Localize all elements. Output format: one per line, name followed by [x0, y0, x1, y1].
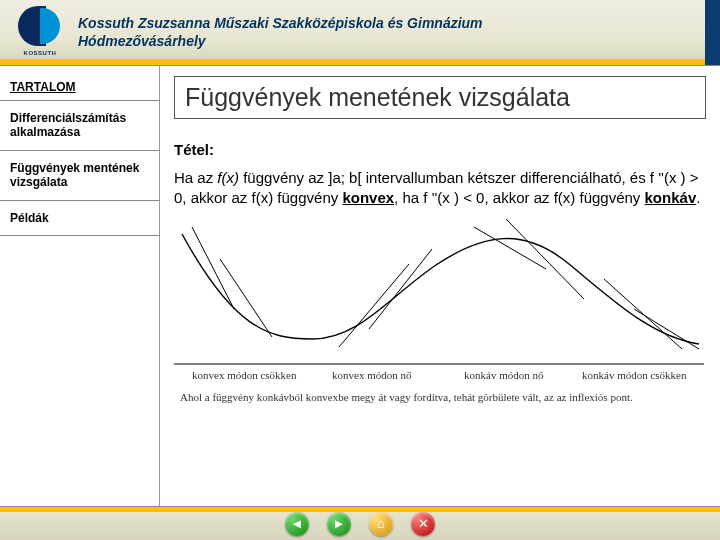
nav-forward-button[interactable]: ► — [327, 512, 351, 536]
page-title: Függvények menetének vizsgálata — [174, 76, 706, 119]
svg-line-8 — [634, 309, 699, 349]
svg-line-5 — [474, 227, 546, 269]
arrow-left-icon: ◄ — [291, 516, 304, 531]
footer-accent — [0, 507, 720, 512]
nav-close-button[interactable]: ✕ — [411, 512, 435, 536]
sidebar-item-label: Differenciálszámítás alkalmazása — [10, 111, 126, 139]
logo-label: KOSSUTH — [24, 50, 57, 56]
school-name: Kossuth Zsuzsanna Műszaki Szakközépiskol… — [78, 15, 483, 33]
diagram-caption: Ahol a függvény konkávból konvexbe megy … — [180, 391, 633, 403]
nav-home-button[interactable]: ⌂ — [369, 512, 393, 536]
accent-bar — [0, 59, 720, 65]
main-content: Függvények menetének vizsgálata Tétel: H… — [160, 66, 720, 506]
arrow-right-icon: ► — [333, 516, 346, 531]
svg-line-6 — [506, 219, 584, 299]
sidebar-item-label: Függvények mentének vizsgálata — [10, 161, 139, 189]
diagram-label-3: konkáv módon nő — [464, 369, 544, 381]
logo: KOSSUTH — [8, 4, 72, 62]
home-icon: ⌂ — [377, 516, 385, 531]
svg-line-3 — [339, 264, 409, 347]
sidebar-item-label: Példák — [10, 211, 49, 225]
section-label: Tétel: — [174, 141, 706, 158]
header: KOSSUTH Kossuth Zsuzsanna Műszaki Szakkö… — [0, 0, 720, 66]
city-name: Hódmezővásárhely — [78, 33, 483, 51]
sidebar-item-peldak[interactable]: Példák — [0, 201, 159, 236]
close-icon: ✕ — [418, 516, 429, 531]
toc-heading: TARTALOM — [0, 74, 159, 101]
footer-nav: ◄ ► ⌂ ✕ — [0, 506, 720, 540]
diagram-label-4: konkáv módon csökken — [582, 369, 687, 381]
curvature-diagram: konvex módon csökken konvex módon nő kon… — [174, 219, 704, 409]
svg-line-1 — [192, 227, 234, 309]
sidebar: TARTALOM Differenciálszámítás alkalmazás… — [0, 66, 160, 506]
nav-back-button[interactable]: ◄ — [285, 512, 309, 536]
diagram-label-1: konvex módon csökken — [192, 369, 297, 381]
svg-line-4 — [369, 249, 432, 329]
diagram-label-2: konvex módon nő — [332, 369, 412, 381]
sidebar-item-fuggvenyek[interactable]: Függvények mentének vizsgálata — [0, 151, 159, 201]
sidebar-item-diff[interactable]: Differenciálszámítás alkalmazása — [0, 101, 159, 151]
svg-line-2 — [220, 259, 272, 337]
theorem-text: Ha az f(x) függvény az ]a; b[ intervallu… — [174, 168, 706, 209]
accent-bar-right — [705, 0, 720, 65]
